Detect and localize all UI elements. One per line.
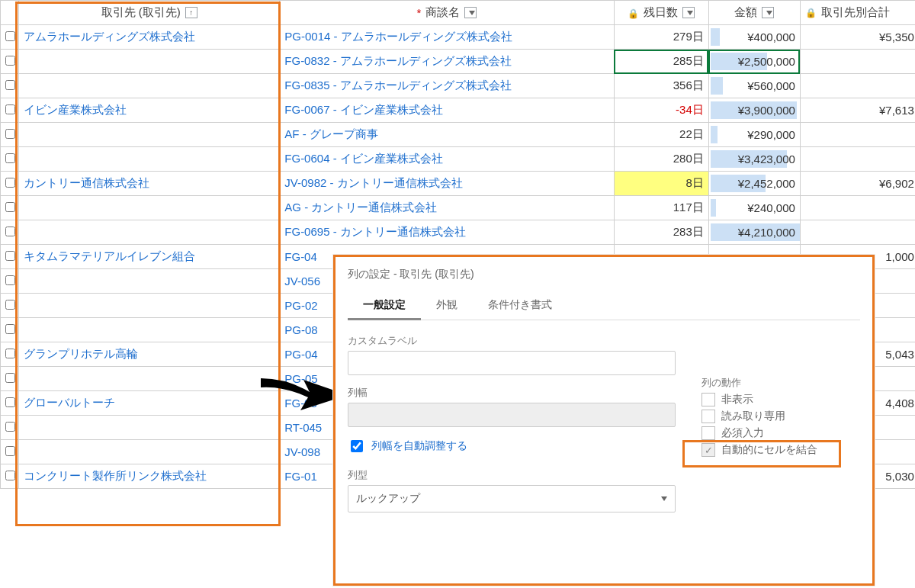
- days-left-cell[interactable]: 279日: [614, 25, 708, 50]
- opt-readonly[interactable]: 読み取り専用: [702, 410, 817, 423]
- account-cell[interactable]: グローバルトーチ: [19, 391, 280, 416]
- opportunity-cell[interactable]: FG-0604 - イビン産業株式会社: [280, 147, 614, 172]
- row-checkbox[interactable]: [5, 397, 15, 407]
- opportunity-cell[interactable]: JV-0982 - カントリー通信株式会社: [280, 172, 614, 196]
- column-behavior-group: 列の動作 非表示 読み取り専用 必須入力 ✓自動的にセルを結合: [702, 376, 817, 460]
- days-left-cell[interactable]: 280日: [614, 147, 708, 172]
- row-checkbox[interactable]: [5, 300, 15, 310]
- days-left-cell[interactable]: 285日: [614, 50, 708, 74]
- filter-icon[interactable]: [762, 7, 774, 18]
- amount-cell[interactable]: ¥4,210,000: [708, 220, 800, 245]
- account-cell[interactable]: イビン産業株式会社: [19, 98, 280, 123]
- row-checkbox[interactable]: [5, 422, 15, 432]
- opportunity-cell[interactable]: FG-0835 - アムラホールディングズ株式会社: [280, 74, 614, 98]
- dialog-title: 列の設定 - 取引先 (取引先): [348, 268, 860, 281]
- row-checkbox-cell: [1, 172, 19, 196]
- header-amount[interactable]: 金額: [708, 1, 800, 25]
- opportunity-cell[interactable]: FG-0695 - カントリー通信株式会社: [280, 220, 614, 245]
- amount-cell[interactable]: ¥3,423,000: [708, 147, 800, 172]
- row-checkbox-cell: [1, 269, 19, 294]
- sort-asc-icon[interactable]: ↑: [185, 7, 197, 18]
- amount-cell[interactable]: ¥2,452,000: [708, 172, 800, 196]
- col-type-select[interactable]: ルックアップ: [348, 485, 676, 512]
- row-checkbox-cell: [1, 50, 19, 74]
- table-row: イビン産業株式会社FG-0067 - イビン産業株式会社-34日¥3,900,0…: [1, 98, 916, 123]
- opportunity-cell[interactable]: FG-0832 - アムラホールディングズ株式会社: [280, 50, 614, 74]
- row-checkbox-cell: [1, 245, 19, 269]
- amount-cell[interactable]: ¥290,000: [708, 123, 800, 147]
- amount-cell[interactable]: ¥240,000: [708, 196, 800, 220]
- filter-icon[interactable]: [464, 7, 477, 18]
- header-opportunity[interactable]: * 商談名: [280, 1, 614, 25]
- days-left-cell[interactable]: 8日: [614, 172, 708, 196]
- header-account[interactable]: 取引先 (取引先) ↑: [19, 1, 280, 25]
- filter-icon[interactable]: [682, 7, 695, 18]
- account-cell[interactable]: グランプリホテル高輪: [19, 342, 280, 367]
- row-checkbox[interactable]: [5, 251, 15, 261]
- account-cell[interactable]: アムラホールディングズ株式会社: [19, 25, 280, 50]
- header-account-total-label: 取引先別合計: [821, 5, 890, 18]
- account-cell: [19, 367, 280, 391]
- table-row: FG-0604 - イビン産業株式会社280日¥3,423,000: [1, 147, 916, 172]
- row-checkbox[interactable]: [5, 56, 15, 66]
- opportunity-cell[interactable]: FG-0067 - イビン産業株式会社: [280, 98, 614, 123]
- lock-icon: [805, 5, 818, 18]
- opportunity-cell[interactable]: PG-0014 - アムラホールディングズ株式会社: [280, 25, 614, 50]
- account-cell[interactable]: カントリー通信株式会社: [19, 172, 280, 196]
- column-settings-dialog: 列の設定 - 取引先 (取引先) 一般設定 外観 条件付き書式 カスタムラベル …: [333, 255, 875, 586]
- auto-width-checkbox-box[interactable]: [351, 440, 363, 452]
- row-checkbox[interactable]: [5, 178, 15, 188]
- account-cell: [19, 220, 280, 245]
- days-left-cell[interactable]: -34日: [614, 98, 708, 123]
- account-cell[interactable]: キタムラマテリアルイレブン組合: [19, 245, 280, 269]
- header-opportunity-label: 商談名: [425, 5, 460, 20]
- account-total-cell: [800, 147, 915, 172]
- row-checkbox-cell: [1, 294, 19, 318]
- row-checkbox[interactable]: [5, 153, 15, 163]
- opportunity-cell[interactable]: AF - グレープ商事: [280, 123, 614, 147]
- account-total-cell: [800, 196, 915, 220]
- width-input[interactable]: [348, 403, 676, 427]
- amount-cell[interactable]: ¥400,000: [708, 25, 800, 50]
- row-checkbox[interactable]: [5, 446, 15, 456]
- header-account-label: 取引先 (取引先): [101, 5, 181, 20]
- days-left-cell[interactable]: 283日: [614, 220, 708, 245]
- opt-required[interactable]: 必須入力: [702, 426, 817, 440]
- opportunity-cell[interactable]: AG - カントリー通信株式会社: [280, 196, 614, 220]
- header-checkbox-col: [1, 1, 19, 25]
- table-row: AG - カントリー通信株式会社117日¥240,000: [1, 196, 916, 220]
- table-row: カントリー通信株式会社JV-0982 - カントリー通信株式会社8日¥2,452…: [1, 172, 916, 196]
- row-checkbox[interactable]: [5, 227, 15, 236]
- row-checkbox[interactable]: [5, 31, 15, 41]
- row-checkbox[interactable]: [5, 324, 15, 334]
- amount-cell[interactable]: ¥3,900,000: [708, 98, 800, 123]
- days-left-cell[interactable]: 22日: [614, 123, 708, 147]
- account-total-cell: [800, 220, 915, 245]
- tab-general[interactable]: 一般設定: [348, 292, 421, 320]
- row-checkbox[interactable]: [5, 373, 15, 383]
- amount-cell[interactable]: ¥560,000: [708, 74, 800, 98]
- header-days-left[interactable]: 残日数: [614, 1, 708, 25]
- row-checkbox[interactable]: [5, 80, 15, 90]
- row-checkbox[interactable]: [5, 104, 15, 114]
- opt-hidden[interactable]: 非表示: [702, 393, 817, 406]
- custom-label-input[interactable]: [348, 351, 676, 375]
- days-left-cell[interactable]: 117日: [614, 196, 708, 220]
- table-row: アムラホールディングズ株式会社PG-0014 - アムラホールディングズ株式会社…: [1, 25, 916, 50]
- opt-merge[interactable]: ✓自動的にセルを結合: [702, 443, 817, 457]
- account-cell: [19, 50, 280, 74]
- row-checkbox[interactable]: [5, 129, 15, 139]
- amount-cell[interactable]: ¥2,500,000: [708, 50, 800, 74]
- table-row: FG-0832 - アムラホールディングズ株式会社285日¥2,500,000: [1, 50, 916, 74]
- tab-appearance[interactable]: 外観: [421, 292, 473, 320]
- row-checkbox[interactable]: [5, 275, 15, 285]
- header-account-total[interactable]: 取引先別合計: [800, 1, 915, 25]
- required-star-icon: *: [417, 6, 422, 19]
- account-total-cell: ¥7,613,: [800, 98, 915, 123]
- tab-conditional[interactable]: 条件付き書式: [473, 292, 567, 320]
- account-cell[interactable]: コンクリート製作所リンク株式会社: [19, 464, 280, 489]
- row-checkbox[interactable]: [5, 202, 15, 212]
- days-left-cell[interactable]: 356日: [614, 74, 708, 98]
- row-checkbox[interactable]: [5, 471, 15, 480]
- row-checkbox[interactable]: [5, 349, 15, 358]
